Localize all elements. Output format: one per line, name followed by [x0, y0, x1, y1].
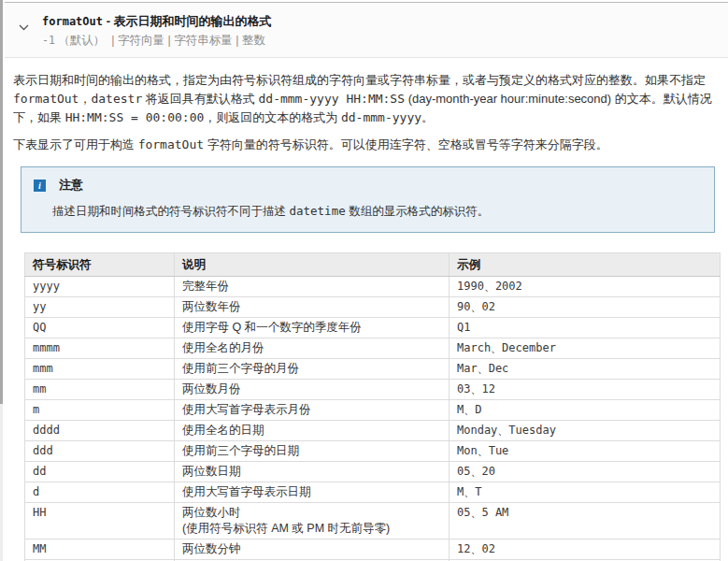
description-cell: 使用前三个字母的日期 [175, 441, 450, 462]
example-cell: 05、20 [450, 462, 721, 482]
example-cell: 90、02 [450, 297, 721, 318]
table-row: yyyy完整年份1990、2002 [25, 277, 721, 297]
description-cell: 两位数小时(使用符号标识符 AM 或 PM 时无前导零) [175, 503, 450, 539]
section-type-line: -1 （默认） | 字符向量 | 字符串标量 | 整数 [42, 33, 272, 49]
description-cell: 使用全名的日期 [175, 421, 450, 441]
column-header-symbol: 符号标识符 [25, 253, 175, 277]
left-scrollbar-thumb[interactable] [0, 0, 3, 404]
column-header-description: 说明 [175, 253, 450, 277]
left-scrollbar[interactable] [0, 0, 3, 561]
table-row: ddd使用前三个字母的日期Mon、Tue [25, 441, 721, 462]
description-cell: 使用前三个字母的月份 [175, 359, 450, 380]
description-cell: 两位数日期 [175, 462, 450, 482]
example-cell: Mon、Tue [450, 441, 721, 462]
format-table-body: yyyy完整年份1990、2002yy两位数年份90、02QQ使用字母 Q 和一… [25, 277, 721, 561]
table-intro-paragraph: 下表显示了可用于构造 formatOut 字符向量的符号标识符。可以使用连字符、… [13, 136, 717, 154]
description-cell: 两位数分钟 [175, 539, 450, 560]
info-icon: i [34, 180, 46, 192]
table-row: m使用大写首字母表示月份M、D [25, 400, 721, 421]
example-cell: M、D [450, 400, 721, 421]
example-cell: 05、5 AM [450, 503, 721, 539]
note-title: 注意 [59, 177, 83, 194]
example-cell: 03、12 [450, 380, 721, 400]
symbol-cell: HH [25, 503, 175, 539]
table-row: QQ使用字母 Q 和一个数字的季度年份Q1 [25, 318, 721, 338]
description-cell: 使用字母 Q 和一个数字的季度年份 [175, 318, 450, 338]
symbol-cell: mmm [25, 359, 175, 380]
example-cell: March、December [450, 338, 721, 359]
table-row: dddd使用全名的日期Monday、Tuesday [25, 421, 721, 441]
table-row: mm两位数月份03、12 [25, 380, 721, 400]
example-cell: 12、02 [450, 539, 721, 560]
table-row: dd两位数日期05、20 [25, 462, 721, 482]
symbol-cell: QQ [25, 318, 175, 338]
description-cell: 使用大写首字母表示日期 [175, 482, 450, 503]
symbol-cell: m [25, 400, 175, 421]
note-box: i 注意 描述日期和时间格式的符号标识符不同于描述 datetime 数组的显示… [21, 166, 715, 233]
section-title: formatOut - 表示日期和时间的输出的格式 [42, 13, 272, 30]
symbol-cell: dddd [25, 421, 175, 441]
symbol-cell: yyyy [25, 277, 175, 297]
description-cell: 两位数年份 [175, 297, 450, 318]
symbol-cell: ddd [25, 441, 175, 462]
symbol-cell: dd [25, 462, 175, 482]
symbol-cell: mmmm [25, 338, 175, 359]
symbol-cell: mm [25, 380, 175, 400]
format-symbols-table: 符号标识符 说明 示例 yyyy完整年份1990、2002yy两位数年份90、0… [24, 252, 721, 561]
table-row: d使用大写首字母表示日期M、T [25, 482, 721, 503]
example-cell: Mar、Dec [450, 359, 721, 380]
example-cell: 1990、2002 [450, 277, 721, 297]
header-text-block: formatOut - 表示日期和时间的输出的格式 -1 （默认） | 字符向量… [42, 13, 272, 49]
table-row: mmmm使用全名的月份March、December [25, 338, 721, 359]
symbol-cell: MM [25, 539, 175, 560]
example-cell: M、T [450, 482, 721, 503]
note-body: 描述日期和时间格式的符号标识符不同于描述 datetime 数组的显示格式的标识… [52, 203, 703, 220]
description-cell: 完整年份 [175, 277, 450, 297]
symbol-cell: d [25, 482, 175, 503]
section-content: 表示日期和时间的输出的格式，指定为由符号标识符组成的字符向量或字符串标量，或者与… [5, 58, 728, 561]
column-header-example: 示例 [450, 253, 721, 277]
example-cell: Q1 [450, 318, 721, 338]
example-cell: Monday、Tuesday [450, 421, 721, 441]
symbol-cell: yy [25, 297, 175, 318]
table-header-row: 符号标识符 说明 示例 [25, 253, 721, 277]
description-secondary-line: (使用符号标识符 AM 或 PM 时无前导零) [182, 522, 441, 536]
description-cell: 两位数月份 [175, 380, 450, 400]
table-row: MM两位数分钟12、02 [25, 539, 721, 560]
table-row: HH两位数小时(使用符号标识符 AM 或 PM 时无前导零)05、5 AM [25, 503, 721, 539]
formatout-section-header[interactable]: formatOut - 表示日期和时间的输出的格式 -1 （默认） | 字符向量… [5, 2, 728, 58]
note-header: i 注意 [34, 177, 703, 194]
table-row: mmm使用前三个字母的月份Mar、Dec [25, 359, 721, 380]
table-row: yy两位数年份90、02 [25, 297, 721, 318]
description-paragraph: 表示日期和时间的输出的格式，指定为由符号标识符组成的字符向量或字符串标量，或者与… [13, 71, 717, 127]
description-cell: 使用大写首字母表示月份 [175, 400, 450, 421]
description-cell: 使用全名的月份 [175, 338, 450, 359]
chevron-down-icon [19, 18, 29, 35]
